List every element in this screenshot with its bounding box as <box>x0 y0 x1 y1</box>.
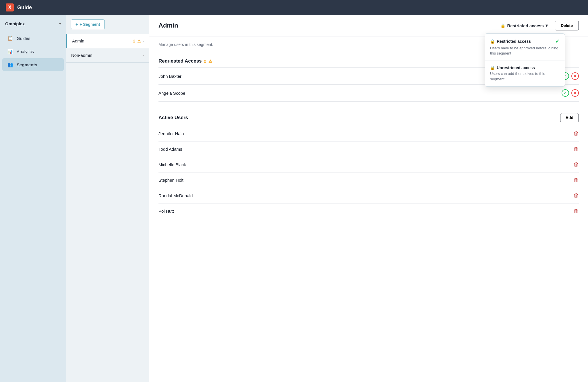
delete-button[interactable]: Delete <box>555 21 579 30</box>
requested-access-badge: 2 <box>204 59 206 63</box>
segment-list-item-non-admin[interactable]: Non-admin › <box>66 48 149 63</box>
sidebar-item-segments[interactable]: 👥 Segments <box>2 58 64 71</box>
org-selector[interactable]: Omniplex ▾ <box>0 18 66 31</box>
requested-access-title: Requested Access 2 ⚠ <box>158 58 212 64</box>
topbar: X Guide <box>0 0 588 15</box>
segments-icon: 👥 <box>7 62 13 67</box>
segment-item-right: › <box>143 53 144 57</box>
main-layout: Omniplex ▾ 📋 Guides 📊 Analytics 👥 Segmen… <box>0 15 588 382</box>
user-name: Pol Hutt <box>158 209 174 214</box>
approve-button[interactable]: ✓ <box>562 89 569 97</box>
user-name: Todd Adams <box>158 147 182 152</box>
delete-user-icon[interactable]: 🗑 <box>574 131 579 137</box>
delete-user-icon[interactable]: 🗑 <box>574 177 579 183</box>
user-name: Stephen Holt <box>158 178 183 183</box>
active-users-header: Active Users Add <box>158 108 579 126</box>
analytics-icon: 📊 <box>7 49 13 54</box>
dropdown-unrestricted-title: 🔒 Unrestricted access <box>490 65 535 70</box>
sidebar-item-label: Segments <box>17 62 37 67</box>
chevron-right-icon: › <box>143 39 144 43</box>
lock-icon: 🔒 <box>500 23 505 28</box>
user-name: Angela Scope <box>158 91 185 96</box>
main-header: Admin 🔒 Restricted access ▾ Delete 🔒 Res… <box>149 15 588 36</box>
requested-warning-icon: ⚠ <box>208 59 212 63</box>
org-name: Omniplex <box>5 21 25 26</box>
delete-user-icon[interactable]: 🗑 <box>574 146 579 152</box>
user-name: Jennifer Halo <box>158 131 184 136</box>
segments-panel: + + Segment Admin 2 ⚠ › Non-admin › <box>66 15 149 382</box>
app-title: Guide <box>17 5 32 11</box>
plus-icon: + <box>76 22 78 27</box>
delete-user-icon[interactable]: 🗑 <box>574 208 579 214</box>
active-user-row: Randal McDonald 🗑 <box>158 188 579 203</box>
org-chevron-icon: ▾ <box>59 22 61 26</box>
badge-warning: 2 <box>133 39 136 43</box>
segment-name: Non-admin <box>71 53 92 58</box>
sidebar-item-label: Guides <box>17 36 30 41</box>
deny-button[interactable]: ✕ <box>571 72 579 80</box>
segment-name: Admin <box>72 38 84 43</box>
access-dropdown: 🔒 Restricted access ✓ Users have to be a… <box>485 33 565 87</box>
lock-icon-dropdown: 🔒 <box>490 39 495 44</box>
guides-icon: 📋 <box>7 35 13 41</box>
main-content: Admin 🔒 Restricted access ▾ Delete 🔒 Res… <box>149 15 588 382</box>
active-user-row: Stephen Holt 🗑 <box>158 172 579 188</box>
active-user-row: Pol Hutt 🗑 <box>158 203 579 219</box>
chevron-right-icon: › <box>143 53 144 57</box>
add-user-button[interactable]: Add <box>560 113 579 122</box>
dropdown-item-unrestricted[interactable]: 🔒 Unrestricted access Users can add them… <box>485 61 565 86</box>
segments-panel-header: + + Segment <box>66 20 149 34</box>
restricted-access-label: Restricted access <box>507 23 544 28</box>
selected-check-icon: ✓ <box>555 38 560 44</box>
sidebar-item-label: Analytics <box>17 49 34 54</box>
delete-user-icon[interactable]: 🗑 <box>574 193 579 199</box>
header-actions: 🔒 Restricted access ▾ Delete <box>497 21 579 30</box>
sidebar-item-guides[interactable]: 📋 Guides <box>2 32 64 44</box>
user-name: Michelle Black <box>158 162 186 167</box>
sidebar: Omniplex ▾ 📋 Guides 📊 Analytics 👥 Segmen… <box>0 15 66 382</box>
deny-button[interactable]: ✕ <box>571 89 579 97</box>
active-user-row: Todd Adams 🗑 <box>158 141 579 157</box>
segment-item-right: 2 ⚠ › <box>133 39 144 43</box>
add-segment-button[interactable]: + + Segment <box>71 20 105 29</box>
user-name: John Baxter <box>158 74 181 79</box>
chevron-down-icon: ▾ <box>546 23 548 28</box>
active-users-title: Active Users <box>158 115 188 121</box>
dropdown-restricted-title: 🔒 Restricted access <box>490 39 531 44</box>
active-user-row: Michelle Black 🗑 <box>158 157 579 172</box>
dropdown-item-restricted[interactable]: 🔒 Restricted access ✓ Users have to be a… <box>485 34 565 61</box>
lock-icon-dropdown2: 🔒 <box>490 65 495 70</box>
warning-icon: ⚠ <box>137 39 141 43</box>
active-user-row: Jennifer Halo 🗑 <box>158 126 579 141</box>
segment-list-item-admin[interactable]: Admin 2 ⚠ › <box>66 34 149 48</box>
restricted-access-button[interactable]: 🔒 Restricted access ▾ <box>497 21 551 30</box>
delete-user-icon[interactable]: 🗑 <box>574 162 579 168</box>
dropdown-unrestricted-desc: Users can add themselves to this segment <box>490 71 560 82</box>
dropdown-restricted-desc: Users have to be approved before joining… <box>490 46 560 56</box>
user-name: Randal McDonald <box>158 193 193 198</box>
logo-icon: X <box>6 3 14 11</box>
page-title: Admin <box>158 22 178 29</box>
requested-user-row: Angela Scope ✓ ✕ <box>158 85 579 102</box>
user-actions: ✓ ✕ <box>562 89 579 97</box>
sidebar-item-analytics[interactable]: 📊 Analytics <box>2 45 64 58</box>
